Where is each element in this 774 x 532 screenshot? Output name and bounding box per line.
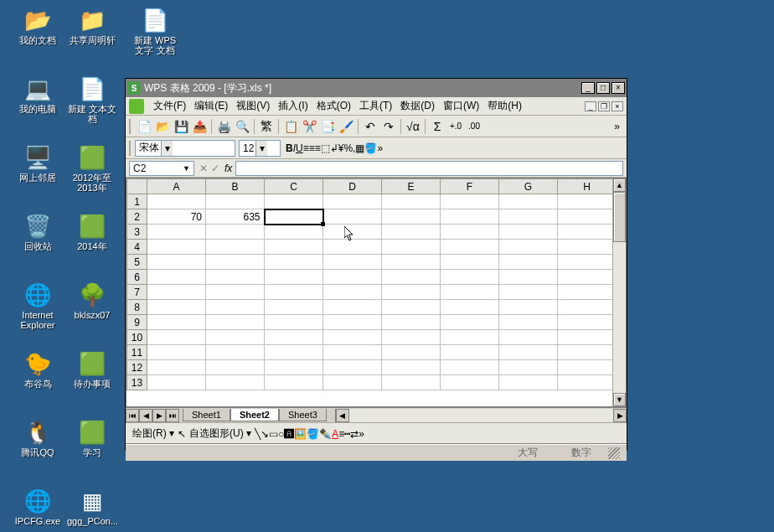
save-icon[interactable]: 💾: [172, 117, 190, 136]
formula-input[interactable]: [235, 161, 623, 176]
cell-D9[interactable]: [323, 315, 382, 330]
menu-item[interactable]: 文件(F): [149, 97, 190, 115]
col-header[interactable]: F: [441, 179, 499, 194]
cell-H5[interactable]: [558, 255, 617, 270]
cell-C10[interactable]: [265, 330, 323, 345]
borders-icon[interactable]: ▦: [355, 142, 364, 154]
cell-H4[interactable]: [558, 240, 617, 255]
cell-E8[interactable]: [382, 300, 441, 315]
scroll-up-button[interactable]: ▲: [613, 178, 626, 192]
fx-icon[interactable]: fx: [224, 163, 232, 174]
formula-icon[interactable]: √α: [404, 117, 422, 136]
sheet-tab[interactable]: Sheet1: [183, 409, 230, 421]
desktop-icon[interactable]: 📄新建 WPS文字 文档: [130, 7, 180, 55]
row-header[interactable]: 2: [127, 209, 147, 225]
horizontal-scrollbar[interactable]: ◀ ▶: [335, 409, 627, 422]
cell-D7[interactable]: [323, 285, 382, 300]
cell-C12[interactable]: [265, 360, 323, 375]
desktop-icon[interactable]: 🌳bklszx07: [67, 281, 117, 320]
col-header[interactable]: D: [323, 179, 382, 194]
accept-formula-icon[interactable]: ✓: [211, 163, 219, 174]
cell-B1[interactable]: [206, 194, 265, 209]
tab-nav-next-icon[interactable]: ▶: [152, 409, 166, 422]
align-center-icon[interactable]: ≡: [309, 142, 315, 154]
line-icon[interactable]: ╲: [255, 428, 261, 440]
cell-D8[interactable]: [323, 300, 382, 315]
print-icon[interactable]: 🖨️: [214, 117, 233, 136]
cell-G7[interactable]: [499, 285, 558, 300]
font-size-combo[interactable]: 12▾: [239, 140, 281, 157]
cell-B12[interactable]: [206, 360, 265, 375]
draw-menu[interactable]: 绘图(R) ▾: [129, 426, 178, 441]
undo-icon[interactable]: ↶: [361, 117, 379, 136]
cell-H12[interactable]: [558, 360, 617, 375]
paste-icon[interactable]: 📋: [281, 117, 300, 136]
select-all-corner[interactable]: [127, 179, 147, 194]
cell-E11[interactable]: [382, 345, 441, 360]
cell-E9[interactable]: [382, 315, 441, 330]
close-button[interactable]: ×: [611, 82, 625, 94]
cell-A13[interactable]: [147, 375, 206, 390]
cell-H8[interactable]: [558, 300, 617, 315]
cell-D10[interactable]: [323, 330, 382, 345]
menu-item[interactable]: 格式(O): [312, 97, 355, 115]
align-right-icon[interactable]: ≡: [315, 142, 321, 154]
fill-icon[interactable]: 🪣: [307, 428, 319, 440]
font-color-icon[interactable]: A: [332, 428, 338, 440]
cell-H9[interactable]: [558, 315, 617, 330]
cell-F10[interactable]: [441, 330, 499, 345]
textbox-icon[interactable]: 🅰: [284, 428, 294, 440]
cell-E12[interactable]: [382, 360, 441, 375]
rect-icon[interactable]: ▭: [269, 428, 278, 440]
toolbar-overflow-icon[interactable]: »: [611, 121, 623, 132]
tab-nav-last-icon[interactable]: ⏭: [166, 409, 179, 422]
cut-icon[interactable]: ✂️: [300, 117, 318, 136]
cell-A2[interactable]: 70: [147, 209, 206, 225]
copy-icon[interactable]: 📑: [318, 117, 337, 136]
menu-item[interactable]: 视图(V): [232, 97, 274, 115]
cell-F7[interactable]: [441, 285, 499, 300]
cell-D6[interactable]: [323, 270, 382, 285]
cell-E5[interactable]: [382, 255, 441, 270]
desktop-icon[interactable]: 🟩2012年至2013年: [67, 144, 117, 193]
cell-G3[interactable]: [499, 225, 558, 240]
cell-B2[interactable]: 635: [206, 209, 265, 225]
cell-B5[interactable]: [206, 255, 265, 270]
vertical-scrollbar[interactable]: ▲ ▼: [612, 178, 626, 406]
resize-grip-icon[interactable]: [608, 447, 620, 459]
line-color-icon[interactable]: ✒️: [319, 428, 332, 440]
desktop-icon[interactable]: 📁共享周明轩: [67, 7, 117, 45]
cell-D11[interactable]: [323, 345, 382, 360]
cell-F11[interactable]: [441, 345, 499, 360]
desktop-icon[interactable]: 🌐IPCFG.exe: [13, 488, 63, 526]
cell-C11[interactable]: [265, 345, 323, 360]
cell-B13[interactable]: [206, 375, 265, 390]
dash-icon[interactable]: ┅: [344, 428, 350, 440]
cell-H6[interactable]: [558, 270, 617, 285]
cell-H13[interactable]: [558, 375, 617, 390]
merge-icon[interactable]: ⬚: [321, 142, 330, 154]
cell-D12[interactable]: [323, 360, 382, 375]
cell-H7[interactable]: [558, 285, 617, 300]
col-header[interactable]: H: [558, 179, 617, 194]
arrow-style-icon[interactable]: ⇄: [350, 428, 359, 440]
minimize-button[interactable]: _: [581, 82, 595, 94]
traditional-icon[interactable]: 繁: [257, 117, 276, 136]
inner-close-button[interactable]: ×: [611, 101, 623, 111]
menu-item[interactable]: 帮助(H): [483, 97, 526, 115]
cell-G8[interactable]: [499, 300, 558, 315]
cell-F9[interactable]: [441, 315, 499, 330]
preview-icon[interactable]: 🔍: [233, 117, 251, 136]
cell-F1[interactable]: [441, 194, 499, 209]
desktop-icon[interactable]: 📄新建 文本文档: [67, 75, 117, 124]
cell-C3[interactable]: [265, 225, 323, 240]
wrap-icon[interactable]: ↲: [330, 142, 338, 154]
autoshape-menu[interactable]: 自选图形(U) ▾: [186, 426, 255, 441]
cell-A1[interactable]: [147, 194, 206, 209]
row-header[interactable]: 8: [127, 300, 147, 315]
cell-A5[interactable]: [147, 255, 206, 270]
cell-B9[interactable]: [206, 315, 265, 330]
cell-B7[interactable]: [206, 285, 265, 300]
row-header[interactable]: 7: [127, 285, 147, 300]
sum-icon[interactable]: Σ: [428, 117, 446, 136]
